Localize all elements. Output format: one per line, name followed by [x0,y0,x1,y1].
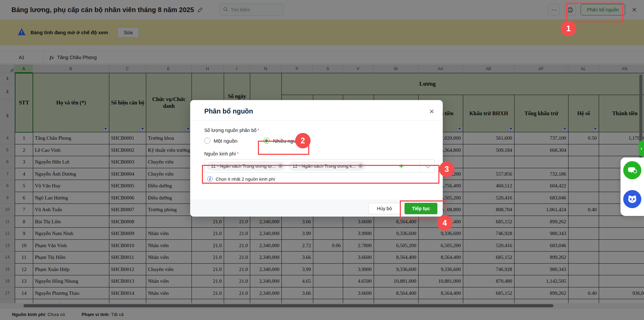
chat-bubble-icon[interactable] [623,161,641,179]
modal-close-icon[interactable]: × [429,107,434,116]
chevron-down-icon[interactable] [426,164,430,168]
add-source-icon[interactable]: + [399,162,404,171]
funding-source-label: Nguồn kinh phí* [204,151,429,156]
select-divider [420,161,420,171]
funding-source-select[interactable]: 11 - Ngân sách Trung ương tự...× 12 - Ng… [204,159,435,173]
remove-tag-icon[interactable]: × [278,164,283,168]
modal-title: Phân bổ nguồn [204,107,433,115]
source-count-label: Số lượng nguồn phân bổ* [204,128,429,133]
source-tag-11: 11 - Ngân sách Trung ương tự...× [207,162,285,171]
radio-selected-icon [264,138,270,144]
hint-text: Chọn ít nhất 2 nguồn kinh phí [216,177,275,182]
step4-badge: 4 [437,215,452,231]
expand-panel-tab[interactable]: › [639,141,644,156]
allocate-source-modal: Phân bổ nguồn × Số lượng nguồn phân bổ* … [190,100,443,217]
step2-badge: 2 [295,133,311,148]
panda-bot-icon[interactable] [623,190,641,208]
step3-badge: 3 [439,162,454,177]
source-tag-12: 12 - Ngân sách Trung ương k...× [288,162,365,171]
floating-helper-panel [621,157,644,216]
cancel-button[interactable]: Hủy bỏ [368,203,400,214]
step1-badge: 1 [561,21,576,36]
info-icon: i [207,176,213,182]
radio-one-source[interactable]: Một nguồn [204,138,237,144]
continue-button[interactable]: Tiếp tục [405,203,437,214]
remove-tag-icon[interactable]: × [358,164,363,168]
radio-icon [204,138,210,144]
